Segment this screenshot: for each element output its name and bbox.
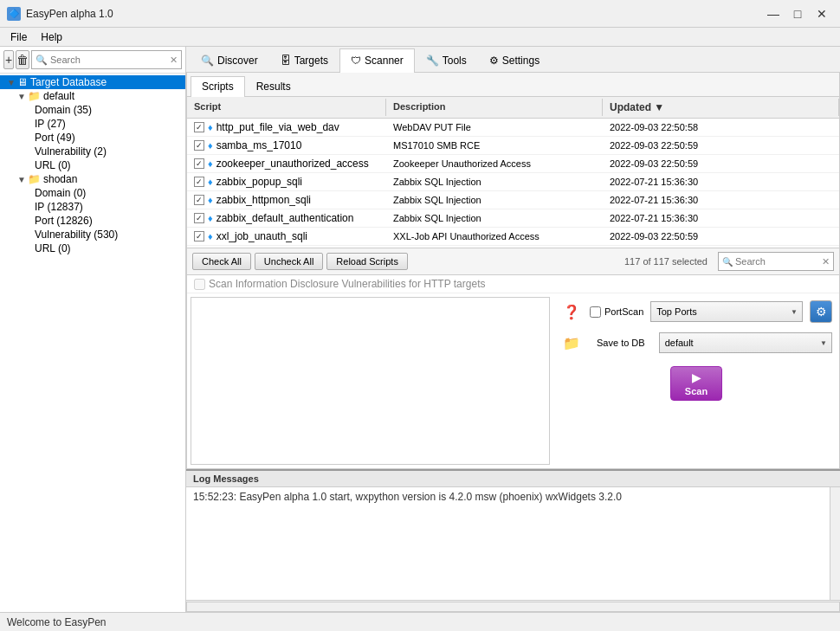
tab-targets[interactable]: 🗄 Targets xyxy=(269,48,339,73)
table-row[interactable]: ♦ zabbix_httpmon_sqli Zabbix SQL Injecti… xyxy=(187,191,839,209)
gear-button[interactable]: ⚙ xyxy=(810,300,832,323)
content-area: 🔍 Discover 🗄 Targets 🛡 Scanner 🔧 Tools ⚙… xyxy=(186,47,840,612)
sidebar-item-ip[interactable]: IP (27) xyxy=(0,117,185,131)
scan-info-checkbox[interactable] xyxy=(194,279,205,290)
log-area: Log Messages 15:52:23: EasyPen alpha 1.0… xyxy=(186,469,840,612)
portscan-label: PortScan xyxy=(604,306,643,317)
sidebar-item-port[interactable]: Port (49) xyxy=(0,131,185,145)
help-button[interactable]: ❓ xyxy=(560,300,583,323)
status-bar: Welcome to EasyPen xyxy=(0,612,840,631)
sidebar-item-label: IP (12837) xyxy=(35,201,83,213)
check-all-button[interactable]: Check All xyxy=(192,253,251,270)
log-bottom-scrollbar[interactable] xyxy=(186,600,840,612)
sidebar-item-target-database[interactable]: ▼ 🖥 Target Database xyxy=(0,75,185,89)
action-bar: Check All Uncheck All Reload Scripts 117… xyxy=(187,248,839,275)
sidebar-toolbar: + 🗑 🔍 ✕ xyxy=(0,47,185,74)
tab-discover[interactable]: 🔍 Discover xyxy=(190,48,269,73)
tab-bar: 🔍 Discover 🗄 Targets 🛡 Scanner 🔧 Tools ⚙… xyxy=(186,47,840,73)
scan-controls: ❓ PortScan Top PortsAll PortsCustom ⚙ 📁 xyxy=(553,293,839,468)
sidebar-item-shodan-ip[interactable]: IP (12837) xyxy=(0,200,185,214)
sidebar-item-label: Target Database xyxy=(30,76,107,88)
scan-button[interactable]: ▶ Scan xyxy=(670,366,722,401)
sidebar-item-shodan-vulnerability[interactable]: Vulnerability (530) xyxy=(0,228,185,241)
table-row[interactable]: ♦ http_put_file_via_web_dav WebDAV PUT F… xyxy=(187,119,839,137)
sidebar-item-shodan-url[interactable]: URL (0) xyxy=(0,241,185,255)
reload-scripts-button[interactable]: Reload Scripts xyxy=(326,253,408,270)
portscan-checkbox[interactable] xyxy=(590,306,601,318)
delete-button[interactable]: 🗑 xyxy=(16,50,29,69)
menu-help[interactable]: Help xyxy=(34,29,69,45)
row-checkbox[interactable] xyxy=(194,195,204,205)
sidebar-item-default[interactable]: ▼ 📁 default xyxy=(0,89,185,103)
sidebar-item-label: URL (0) xyxy=(35,159,71,171)
search-clear-icon[interactable]: ✕ xyxy=(170,55,178,66)
close-button[interactable]: ✕ xyxy=(811,5,833,23)
sidebar-item-domain[interactable]: Domain (35) xyxy=(0,103,185,117)
sidebar-item-shodan-port[interactable]: Port (12826) xyxy=(0,214,185,228)
sidebar-item-label: Vulnerability (530) xyxy=(35,229,118,241)
row-checkbox[interactable] xyxy=(194,122,204,132)
sidebar-item-label: Domain (35) xyxy=(35,104,92,116)
log-scrollbar[interactable] xyxy=(830,487,840,600)
top-ports-dropdown-wrapper: Top PortsAll PortsCustom xyxy=(650,301,803,322)
scan-info-row: Scan Information Disclosure Vulnerabilit… xyxy=(187,275,839,293)
sub-tab-scripts[interactable]: Scripts xyxy=(191,76,245,97)
tab-tools[interactable]: 🔧 Tools xyxy=(415,48,478,73)
expander-icon: ▼ xyxy=(7,78,17,87)
play-icon: ▶ xyxy=(692,370,701,384)
col-script: Script xyxy=(187,99,386,116)
col-updated[interactable]: Updated ▼ xyxy=(603,99,839,116)
row-checkbox[interactable] xyxy=(194,177,204,187)
sidebar-item-shodan-domain[interactable]: Domain (0) xyxy=(0,186,185,200)
uncheck-all-button[interactable]: Uncheck All xyxy=(255,253,323,270)
scan-input-area xyxy=(187,293,553,468)
diamond-icon: ♦ xyxy=(208,177,213,187)
scan-targets-textarea[interactable] xyxy=(191,297,550,465)
save-to-db-dropdown-wrapper: defaultshodan xyxy=(659,332,832,353)
table-row[interactable]: ♦ zabbix_default_authentication Zabbix S… xyxy=(187,209,839,228)
row-checkbox[interactable] xyxy=(194,140,204,151)
sidebar-item-label: Domain (0) xyxy=(35,187,86,199)
window-controls: — □ ✕ xyxy=(762,5,833,23)
save-to-db-select[interactable]: defaultshodan xyxy=(659,332,832,353)
row-checkbox[interactable] xyxy=(194,158,204,169)
expander-icon: ▼ xyxy=(17,92,28,101)
add-button[interactable]: + xyxy=(3,50,14,69)
scanner-icon: 🛡 xyxy=(351,55,361,67)
folder-button[interactable]: 📁 xyxy=(560,332,583,354)
table-header: Script Description Updated ▼ xyxy=(187,97,839,119)
targets-icon: 🗄 xyxy=(281,55,291,67)
portscan-checkbox-group: PortScan xyxy=(590,306,643,318)
sub-tab-results[interactable]: Results xyxy=(245,76,302,96)
col-description: Description xyxy=(386,99,603,116)
scripts-search-input[interactable] xyxy=(735,256,822,267)
sidebar-item-vulnerability[interactable]: Vulnerability (2) xyxy=(0,145,185,158)
diamond-icon: ♦ xyxy=(208,213,213,223)
table-row[interactable]: ♦ samba_ms_17010 MS17010 SMB RCE 2022-09… xyxy=(187,137,839,155)
minimize-button[interactable]: — xyxy=(762,5,785,23)
sidebar-item-url[interactable]: URL (0) xyxy=(0,158,185,172)
sidebar: + 🗑 🔍 ✕ ▼ 🖥 Target Database ▼ 📁 default xyxy=(0,47,186,612)
log-content: 15:52:23: EasyPen alpha 1.0 start, wxpyt… xyxy=(186,487,830,600)
diamond-icon: ♦ xyxy=(208,231,213,241)
scripts-search-box: 🔍 ✕ xyxy=(718,252,834,271)
diamond-icon: ♦ xyxy=(208,195,213,205)
row-checkbox[interactable] xyxy=(194,213,204,223)
table-row[interactable]: ♦ zookeeper_unauthorized_access Zookeepe… xyxy=(187,155,839,173)
table-row[interactable]: ♦ xxl_job_unauth_sqli XXL-Job API Unauth… xyxy=(187,228,839,246)
top-ports-select[interactable]: Top PortsAll PortsCustom xyxy=(650,301,803,322)
tab-settings[interactable]: ⚙ Settings xyxy=(478,48,551,73)
search-input[interactable] xyxy=(50,55,170,65)
scan-panel: ❓ PortScan Top PortsAll PortsCustom ⚙ 📁 xyxy=(187,293,839,468)
tab-scanner[interactable]: 🛡 Scanner xyxy=(339,48,415,73)
sidebar-item-shodan[interactable]: ▼ 📁 shodan xyxy=(0,172,185,186)
sidebar-item-label: IP (27) xyxy=(35,118,66,130)
menu-file[interactable]: File xyxy=(3,29,34,45)
scripts-search-clear-icon[interactable]: ✕ xyxy=(822,256,830,267)
maximize-button[interactable]: □ xyxy=(786,5,809,23)
table-row[interactable]: ♦ zabbix_popup_sqli Zabbix SQL Injection… xyxy=(187,173,839,191)
log-hscroll-track[interactable] xyxy=(186,602,840,612)
row-checkbox[interactable] xyxy=(194,231,204,241)
sidebar-tree: ▼ 🖥 Target Database ▼ 📁 default Domain (… xyxy=(0,74,185,612)
log-header: Log Messages xyxy=(186,471,840,487)
